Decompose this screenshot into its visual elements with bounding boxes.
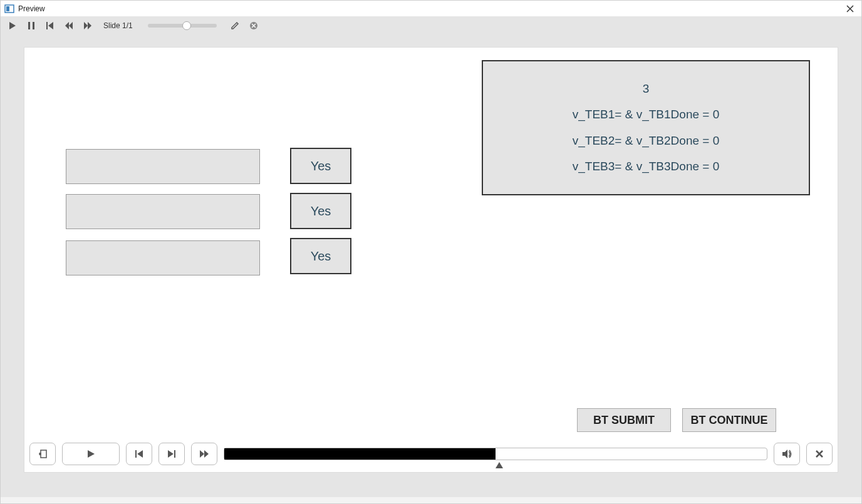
preview-window: Preview Slide 1/1 <box>0 0 862 504</box>
first-slide-icon[interactable] <box>44 20 56 31</box>
svg-marker-9 <box>84 22 88 29</box>
volume-button[interactable] <box>774 443 800 465</box>
svg-marker-6 <box>48 22 53 29</box>
text-input-1[interactable] <box>66 149 260 184</box>
seek-fill <box>224 448 496 460</box>
canvas-wrap: Yes Yes Yes 3 v_TEB1= & v_TB1Done = 0 v_… <box>1 34 861 473</box>
toc-button[interactable] <box>29 443 56 465</box>
app-icon <box>4 4 14 14</box>
svg-marker-2 <box>9 22 16 29</box>
titlebar: Preview <box>1 1 861 17</box>
svg-marker-8 <box>69 22 73 29</box>
yes-button-3-label: Yes <box>311 249 331 264</box>
svg-rect-17 <box>174 450 175 458</box>
svg-marker-20 <box>496 462 503 468</box>
exit-button[interactable] <box>806 443 833 465</box>
var-line-3: v_TEB3= & v_TB3Done = 0 <box>573 160 719 173</box>
clear-icon[interactable] <box>248 20 259 31</box>
workarea: Slide 1/1 Yes Yes <box>1 17 861 497</box>
svg-marker-15 <box>137 450 143 458</box>
playbar <box>29 441 833 467</box>
continue-button-label: BT CONTINUE <box>691 414 768 427</box>
prev-button[interactable] <box>126 443 152 465</box>
svg-rect-14 <box>135 450 137 458</box>
slide-counter: Slide 1/1 <box>103 21 133 30</box>
svg-marker-16 <box>168 450 174 458</box>
top-toolbar: Slide 1/1 <box>1 17 861 34</box>
continue-button[interactable]: BT CONTINUE <box>682 408 776 432</box>
submit-button-label: BT SUBMIT <box>593 414 655 427</box>
seek-handle[interactable] <box>496 460 503 466</box>
yes-button-3[interactable]: Yes <box>290 238 351 274</box>
seek-bar[interactable] <box>224 448 767 460</box>
svg-marker-21 <box>782 450 787 458</box>
var-line-1: v_TEB1= & v_TB1Done = 0 <box>573 108 719 121</box>
rewind-icon[interactable] <box>63 20 75 31</box>
yes-button-2[interactable]: Yes <box>290 193 351 229</box>
svg-marker-18 <box>200 450 204 458</box>
svg-rect-5 <box>46 22 48 29</box>
window-title: Preview <box>18 4 45 13</box>
yes-button-2-label: Yes <box>311 204 331 219</box>
svg-marker-7 <box>65 22 69 29</box>
zoom-slider[interactable] <box>148 24 217 28</box>
fastforward-icon[interactable] <box>82 20 93 31</box>
var-line-2: v_TEB2= & v_TB2Done = 0 <box>573 134 719 148</box>
pause-icon[interactable] <box>26 20 37 31</box>
svg-rect-4 <box>33 22 34 29</box>
svg-rect-3 <box>28 22 30 29</box>
text-input-2[interactable] <box>66 194 260 229</box>
svg-marker-19 <box>204 450 209 458</box>
zoom-slider-thumb[interactable] <box>182 21 191 30</box>
submit-button[interactable]: BT SUBMIT <box>577 408 671 432</box>
text-input-3[interactable] <box>66 240 260 275</box>
playbar-play-button[interactable] <box>62 443 120 465</box>
fastforward-button[interactable] <box>191 443 217 465</box>
svg-marker-13 <box>88 450 95 458</box>
variable-panel: 3 v_TEB1= & v_TB1Done = 0 v_TEB2= & v_TB… <box>482 60 810 195</box>
svg-rect-1 <box>6 6 9 11</box>
pencil-icon[interactable] <box>229 20 241 31</box>
next-button[interactable] <box>158 443 185 465</box>
play-icon[interactable] <box>7 20 18 31</box>
var-count: 3 <box>643 82 650 96</box>
yes-button-1[interactable]: Yes <box>290 148 351 184</box>
slide: Yes Yes Yes 3 v_TEB1= & v_TB1Done = 0 v_… <box>24 47 838 473</box>
taskbar-strip <box>1 497 861 503</box>
close-icon[interactable] <box>843 3 858 15</box>
svg-rect-12 <box>41 450 46 458</box>
yes-button-1-label: Yes <box>311 159 331 173</box>
svg-marker-10 <box>88 22 91 29</box>
